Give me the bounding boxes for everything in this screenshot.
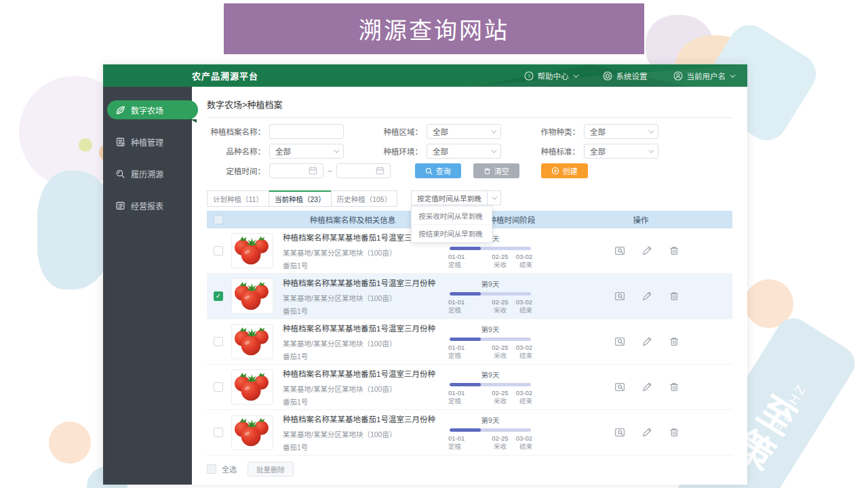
progress-day-label: 第9天 (450, 279, 531, 289)
milestone-planting: 01-01 定植 (448, 389, 465, 406)
table-body: 种植档案名称某某基地番茄1号温室三月份种 某某基地/某某分区某地块（100亩） … (207, 228, 732, 455)
svg-text:?: ? (527, 73, 530, 79)
crop-type-select[interactable]: 全部 (584, 124, 658, 139)
row-location: 某某基地/某某分区某地块（100亩） (283, 247, 444, 258)
nav-current-user[interactable]: 当前用户名 (673, 70, 734, 81)
row-title: 种植档案名称某某基地番茄1号温室三月份种 (283, 368, 444, 379)
milestone-harvest: 02-25 采收 (492, 253, 508, 270)
standard-select[interactable]: 全部 (584, 144, 658, 159)
archive-table: 种植档案名称及相关信息 种植时间阶段 操作 (207, 211, 732, 480)
archive-name-input-field[interactable] (275, 127, 338, 136)
search-button[interactable]: 查询 (415, 163, 461, 178)
row-info: 种植档案名称某某基地番茄1号温室三月份种 某某基地/某某分区某地块（100亩） … (283, 277, 444, 316)
sort-dropdown-button[interactable]: 按定值时间从早到晚 (411, 190, 501, 205)
chevron-down-icon (492, 194, 497, 199)
row-actions (614, 336, 679, 347)
chevron-down-icon (491, 147, 496, 152)
row-location: 某某基地/某某分区某地块（100亩） (283, 429, 444, 439)
row-checkbox[interactable] (214, 337, 223, 346)
filter-variety-name: 品种名称： 全部 (207, 144, 344, 159)
nav-help-center[interactable]: ? 帮助中心 (524, 70, 577, 81)
sidebar-item-label: 经营报表 (131, 200, 163, 211)
sidebar-item-business-reports[interactable]: 经营报表 (103, 196, 192, 215)
row-checkbox[interactable] (214, 382, 223, 392)
table-row: 种植档案名称某某基地番茄1号温室三月份种 某某基地/某某分区某地块（100亩） … (207, 410, 732, 455)
date-end-input[interactable] (336, 163, 391, 178)
row-variety: 番茄1号 (283, 306, 444, 316)
progress-fill (450, 292, 481, 296)
decorative-blob (49, 422, 91, 464)
edit-icon[interactable] (642, 245, 652, 256)
filter-environment: 种植环境： 全部 (364, 144, 501, 159)
sort-option-harvest-time[interactable]: 按采收时间从早到晚 (412, 207, 492, 224)
date-start-input[interactable] (269, 163, 323, 178)
tab-current-planting[interactable]: 当前种植（23） (269, 190, 332, 207)
batch-delete-button[interactable]: 批量删除 (248, 462, 294, 476)
edit-icon[interactable] (642, 336, 652, 347)
delete-icon[interactable] (669, 336, 679, 347)
row-checkbox[interactable] (214, 428, 223, 437)
tomato-image (231, 324, 273, 359)
archive-name-input[interactable] (269, 124, 344, 139)
milestone-planting: 01-01 定植 (448, 298, 465, 315)
table-footer: 全选 批量删除 (207, 455, 732, 480)
edit-icon[interactable] (642, 382, 652, 392)
page-title: 溯源查询网站 (359, 12, 509, 45)
tab-history-planting[interactable]: 历史种植（105） (331, 190, 398, 207)
milestone-planting: 01-01 定植 (448, 344, 465, 361)
filter-archive-name: 种植档案名称： (207, 124, 344, 139)
variety-select[interactable]: 全部 (269, 144, 344, 159)
sidebar-item-trace-history[interactable]: 履历溯源 (103, 164, 192, 183)
row-info: 种植档案名称某某基地番茄1号温室三月份种 某某基地/某某分区某地块（100亩） … (283, 323, 444, 361)
progress-day-label: 第9天 (450, 324, 531, 334)
view-detail-icon[interactable] (614, 291, 625, 302)
filter-standard: 种植标准： 全部 (521, 144, 658, 159)
edit-icon[interactable] (642, 427, 652, 438)
environment-select[interactable]: 全部 (427, 144, 501, 159)
nav-item-label: 当前用户名 (687, 70, 726, 81)
sort-option-end-time[interactable]: 按结束时间从早到晚 (412, 224, 492, 242)
sort-control: 按定值时间从早到晚 按采收时间从早到晚 按结束时间从早到晚 (411, 190, 501, 205)
progress-fill (450, 383, 481, 386)
region-select[interactable]: 全部 (427, 124, 501, 139)
row-checkbox[interactable] (214, 291, 223, 301)
delete-icon[interactable] (669, 427, 679, 438)
delete-icon[interactable] (669, 245, 679, 256)
filter-crop-type: 作物种类： 全部 (521, 124, 658, 139)
milestone-harvest: 02-25 采收 (492, 344, 508, 361)
select-all-checkbox[interactable] (207, 464, 216, 474)
sidebar-item-digital-farm[interactable]: 数字农场 (107, 100, 198, 119)
create-button[interactable]: 创建 (541, 163, 588, 178)
row-location: 某某基地/某某分区某地块（100亩） (283, 338, 444, 348)
filter-label: 种植档案名称： (207, 126, 265, 137)
tomato-image (231, 369, 273, 405)
table-row: 种植档案名称某某基地番茄1号温室三月份种 某某基地/某某分区某地块（100亩） … (207, 274, 732, 319)
row-variety: 番茄1号 (283, 351, 444, 361)
view-detail-icon[interactable] (614, 382, 625, 392)
edit-icon[interactable] (642, 291, 652, 302)
date-end-field[interactable] (342, 167, 376, 175)
view-detail-icon[interactable] (614, 245, 625, 256)
header-checkbox[interactable] (214, 215, 223, 224)
breadcrumb: 数字农场>种植档案 (207, 87, 732, 118)
growth-progress: 第9天 01-01 定植 02-25 采收 (450, 415, 531, 451)
row-checkbox[interactable] (214, 246, 223, 256)
delete-icon[interactable] (669, 291, 679, 302)
nav-system-settings[interactable]: 系统设置 (603, 70, 648, 81)
delete-icon[interactable] (669, 382, 679, 392)
nav-item-label: 系统设置 (616, 70, 648, 81)
sidebar-item-label: 履历溯源 (131, 168, 163, 180)
row-title: 种植档案名称某某基地番茄1号温室三月份种 (283, 413, 444, 424)
filter-label: 种植环境： (364, 146, 422, 157)
tab-planned-planting[interactable]: 计划种植（11） (207, 190, 269, 207)
filter-region: 种植区域： 全部 (364, 124, 501, 139)
milestone-harvest: 02-25 采收 (492, 389, 508, 406)
clear-button[interactable]: 清空 (473, 163, 519, 178)
row-actions (614, 382, 679, 392)
sidebar-item-planting-management[interactable]: 种植管理 (103, 132, 192, 151)
row-location: 某某基地/某某分区某地块（100亩） (283, 384, 444, 394)
growth-progress: 第9天 01-01 定植 02-25 采收 (450, 324, 531, 360)
view-detail-icon[interactable] (614, 336, 625, 347)
view-detail-icon[interactable] (614, 427, 625, 438)
date-start-field[interactable] (275, 167, 309, 175)
